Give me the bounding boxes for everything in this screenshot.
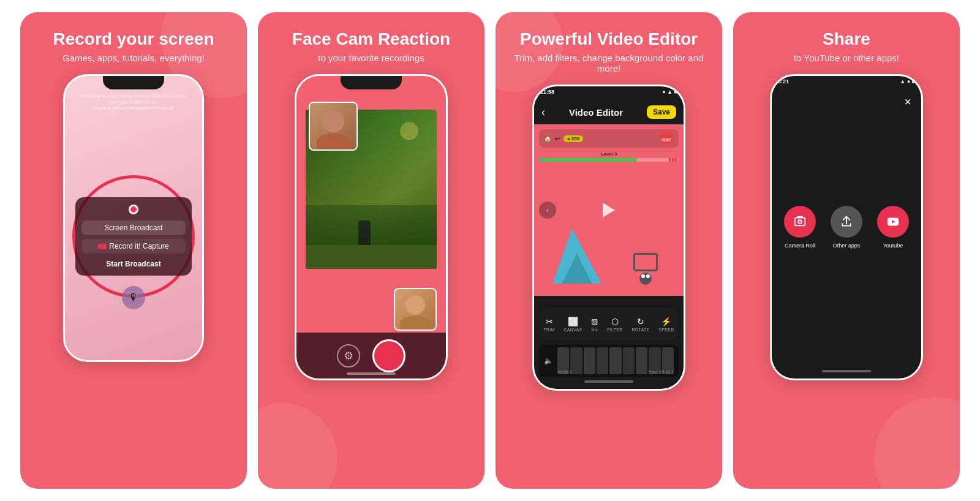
home-bar-2 <box>347 372 396 375</box>
ve-timeline: 🔈 Total: 00:29.1 00:00.0 <box>539 345 679 377</box>
camera-roll-icon <box>784 206 816 238</box>
phone-screen-record: Everything on your screen, including not… <box>65 76 202 360</box>
ve-back-btn[interactable]: ‹ <box>541 106 545 119</box>
ve-save-btn[interactable]: Save <box>647 105 676 119</box>
game-level-header: 🏠 ↩ ● 200 HINT <box>539 129 679 148</box>
screen-broadcast-text: Everything on your screen, including not… <box>71 93 196 111</box>
phone-screen-share: 3:21 ▲ ● ■ × <box>772 76 921 379</box>
share-status: ▲ ● ■ <box>900 78 915 85</box>
ve-play-btn[interactable] <box>603 203 615 217</box>
panel-facecam-title: Face Cam Reaction <box>292 29 450 49</box>
panel-videoeditor-subtitle: Trim, add filters, change background col… <box>508 53 710 73</box>
home-bar-4 <box>822 370 871 372</box>
tf-3 <box>584 347 595 374</box>
ve-title: Video Editor <box>569 107 623 118</box>
ve-time: 11:58 <box>540 89 554 95</box>
ve-tool-bg[interactable]: ▨ BG <box>591 317 598 331</box>
face-cam-man <box>394 288 437 331</box>
mic-button[interactable]: 🎙 <box>122 286 145 309</box>
tf-6 <box>623 347 635 374</box>
share-option-camera-roll[interactable]: Camera Roll <box>784 206 816 249</box>
record-capture-label: Record it! Capture <box>109 242 168 250</box>
phone-frame-facecam: ⚙ <box>295 74 448 380</box>
ve-tool-speed[interactable]: ⚡ SPEED <box>658 317 674 332</box>
camera-roll-label: Camera Roll <box>785 243 815 249</box>
share-options: Camera Roll Other apps <box>772 206 921 249</box>
phone-frame-record: Everything on your screen, including not… <box>63 74 204 362</box>
panel-record: Record your screen Games, apps, tutorial… <box>20 12 247 489</box>
tf-7 <box>636 347 647 374</box>
menu-item-record-capture[interactable]: Record it! Capture <box>81 239 186 254</box>
broadcast-overlay: Screen Broadcast Record it! Capture Star… <box>72 175 195 298</box>
tf-5 <box>609 347 621 374</box>
tf-2 <box>570 347 582 374</box>
ve-illustration <box>552 186 665 284</box>
panel-share: Share to YouTube or other apps! 3:21 ▲ ●… <box>733 12 960 489</box>
tf-4 <box>597 347 608 374</box>
menu-item-screen-broadcast[interactable]: Screen Broadcast <box>81 220 186 235</box>
phone-notch-1 <box>103 76 164 89</box>
svg-point-1 <box>798 220 802 224</box>
youtube-icon <box>877 206 909 238</box>
start-broadcast-btn[interactable]: Start Broadcast <box>81 260 186 268</box>
share-option-other-apps[interactable]: Other apps <box>831 206 862 249</box>
level-progress-bar <box>539 158 679 162</box>
record-big-btn[interactable] <box>372 339 405 372</box>
phone-frame-share: 3:21 ▲ ● ■ × <box>770 74 923 380</box>
panel-record-subtitle: Games, apps, tutorials, everything! <box>62 53 205 63</box>
panel-facecam: Face Cam Reaction to your favorite recor… <box>258 12 484 489</box>
mic-icon: 🎙 <box>129 292 138 303</box>
ve-status: ● ▲ ■ <box>662 89 677 95</box>
ve-tool-filter[interactable]: ⬡ FILTER <box>607 317 622 332</box>
phone-notch-2 <box>341 76 402 89</box>
screen-broadcast-label: Screen Broadcast <box>104 224 162 232</box>
panel-share-subtitle: to YouTube or other apps! <box>794 53 899 63</box>
face-cam-woman <box>309 102 358 151</box>
ve-tool-rotate[interactable]: ↻ ROTATE <box>631 317 649 332</box>
ve-header: ‹ Video Editor Save <box>534 100 684 124</box>
bottom-controls: ⚙ <box>296 333 446 379</box>
svg-rect-0 <box>795 218 805 226</box>
phone-screen-facecam: ⚙ <box>296 76 446 379</box>
ve-preview: 🏠 ↩ ● 200 HINT Level 3 <box>534 124 684 296</box>
share-option-youtube[interactable]: Youtube <box>877 206 909 249</box>
ve-preview-back[interactable]: ‹ <box>539 202 556 219</box>
other-apps-label: Other apps <box>833 243 861 249</box>
panel-videoeditor: Powerful Video Editor Trim, add filters,… <box>496 12 722 489</box>
other-apps-icon <box>831 206 862 238</box>
phone-frame-videoeditor: 11:58 ● ▲ ■ ‹ Video Editor Save 🏠 ↩ <box>532 85 685 391</box>
panel-facecam-subtitle: to your favorite recordings <box>318 53 424 63</box>
ve-volume-icon[interactable]: 🔈 <box>544 356 553 365</box>
share-time: 3:21 <box>778 78 789 85</box>
panel-share-title: Share <box>823 29 870 49</box>
phone-screen-videoeditor: 11:58 ● ▲ ■ ‹ Video Editor Save 🏠 ↩ <box>534 86 684 389</box>
ve-toolbar: ✂ TRIM ⬜ CANVAS ▨ BG ⬡ FILTER <box>539 308 679 340</box>
ve-tool-trim[interactable]: ✂ TRIM <box>543 317 554 332</box>
youtube-label: Youtube <box>883 243 903 249</box>
settings-btn[interactable]: ⚙ <box>337 344 360 367</box>
home-bar-3 <box>584 380 633 383</box>
share-header: × <box>772 89 921 114</box>
panels-container: Record your screen Games, apps, tutorial… <box>0 0 980 501</box>
share-close-btn[interactable]: × <box>904 95 911 109</box>
broadcast-menu: Screen Broadcast Record it! Capture Star… <box>75 197 192 276</box>
ve-tool-canvas[interactable]: ⬜ CANVAS <box>564 317 582 332</box>
